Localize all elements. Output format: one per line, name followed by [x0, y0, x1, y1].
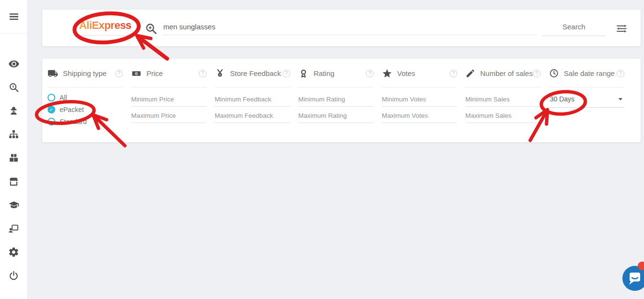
award-icon — [298, 68, 309, 79]
sidebar-item-academy academy-icon[interactable] — [0, 193, 28, 217]
zoom-in-icon — [145, 23, 158, 35]
sidebar-item-logout power-icon[interactable] — [0, 264, 28, 287]
power-icon — [8, 270, 19, 281]
menu-icon[interactable] — [0, 11, 27, 23]
filter-title: Price — [146, 69, 199, 77]
radio-label: Standard — [60, 118, 87, 125]
radio-icon — [48, 118, 55, 125]
filter-column-votes: Votes — [382, 68, 457, 130]
maximum-feedback-input[interactable] — [215, 110, 290, 123]
maximum-sales-input[interactable] — [465, 110, 541, 123]
aliexpress-logo-text: AliExpress — [79, 19, 132, 31]
divider — [549, 87, 624, 87]
aliexpress-logo[interactable]: AliExpress — [73, 19, 137, 36]
pencil-icon — [465, 68, 475, 78]
filter-title: Votes — [397, 69, 450, 77]
radio-label: ePacket — [60, 106, 84, 113]
sidebar-item-store store-icon[interactable] — [0, 170, 28, 193]
search-button[interactable]: Search — [542, 23, 606, 36]
maximum-rating-input[interactable] — [298, 110, 374, 123]
filter-column-number-of-sales: Number of sales — [465, 68, 541, 130]
filter-title: Sale date range — [564, 69, 617, 77]
training-icon — [8, 223, 19, 234]
filter-title: Number of sales — [480, 69, 533, 77]
products-icon — [8, 152, 19, 163]
eye-icon — [8, 58, 20, 70]
sliders-icon filter-settings-icon[interactable] — [615, 22, 628, 35]
help-icon[interactable] — [282, 70, 290, 77]
divider — [465, 87, 541, 87]
divider — [298, 87, 374, 87]
filter-column-rating: Rating — [298, 68, 374, 130]
spy-icon — [8, 105, 19, 116]
sidebar-item-settings settings-icon gear-icon[interactable] — [0, 240, 28, 264]
notification-badge — [638, 262, 644, 270]
divider — [131, 87, 207, 87]
maximum-votes-input[interactable] — [382, 110, 457, 123]
sidebar-item-view eye-icon[interactable] — [0, 52, 28, 75]
sale-date-range-select[interactable]: 30 Days — [549, 94, 624, 108]
gear-icon — [8, 247, 19, 258]
minimum-feedback-input[interactable] — [215, 94, 290, 107]
divider — [48, 87, 123, 87]
filter-column-store-feedback: Store Feedback — [215, 68, 290, 130]
filter-title: Store Feedback — [230, 69, 282, 77]
sidebar-item-sitemap sitemap-icon[interactable] — [0, 123, 28, 146]
minimum-sales-input[interactable] — [465, 94, 541, 107]
sidebar-item-spy spy-icon[interactable] — [0, 99, 28, 123]
help-icon[interactable] — [366, 70, 374, 77]
clock-icon — [549, 68, 559, 78]
radio-shipping-standard[interactable]: Standard — [48, 118, 123, 125]
truck-icon — [48, 68, 58, 79]
search-card: AliExpress Search — [42, 10, 641, 46]
minimum-votes-input[interactable] — [382, 94, 457, 107]
search-input[interactable] — [162, 21, 537, 35]
filter-column-price: Price — [131, 68, 207, 130]
help-icon[interactable] — [115, 70, 123, 77]
help-icon[interactable] — [533, 70, 541, 77]
radio-shipping-all[interactable]: All — [48, 94, 123, 101]
money-icon — [131, 68, 142, 79]
store-icon — [8, 176, 19, 187]
sitemap-icon — [8, 129, 19, 140]
sidebar-item-training training-icon[interactable] — [0, 217, 28, 240]
filter-panel: Shipping type All ePacket Standard Price — [42, 59, 641, 142]
academy-icon — [8, 199, 20, 211]
filter-column-shipping-type: Shipping type All ePacket Standard — [48, 68, 123, 130]
minimum-price-input[interactable] — [131, 94, 207, 107]
divider — [382, 87, 457, 87]
search-analytics-icon — [9, 82, 19, 93]
dropdown-arrow-icon — [619, 98, 622, 100]
divider — [215, 87, 290, 87]
filter-title: Shipping type — [63, 69, 115, 77]
sidebar-item-research search-analytics-icon[interactable] — [0, 75, 28, 99]
medal-icon — [215, 68, 225, 79]
selected-value: 30 Days — [550, 95, 574, 103]
star-icon — [382, 68, 392, 79]
sidebar-item-products products-icon[interactable] — [0, 146, 28, 170]
filter-title: Rating — [314, 69, 366, 77]
radio-shipping-epacket[interactable]: ePacket — [48, 106, 123, 113]
radio-label: All — [60, 94, 67, 101]
help-icon[interactable] — [199, 70, 207, 77]
minimum-rating-input[interactable] — [298, 94, 374, 107]
maximum-price-input[interactable] — [131, 110, 207, 123]
help-icon[interactable] — [450, 70, 457, 77]
radio-icon — [48, 94, 55, 101]
filter-column-sale-date-range: Sale date range 30 Days — [549, 68, 624, 130]
sidebar — [0, 0, 28, 299]
help-icon[interactable] — [617, 70, 624, 77]
radio-checked-icon — [48, 106, 55, 113]
